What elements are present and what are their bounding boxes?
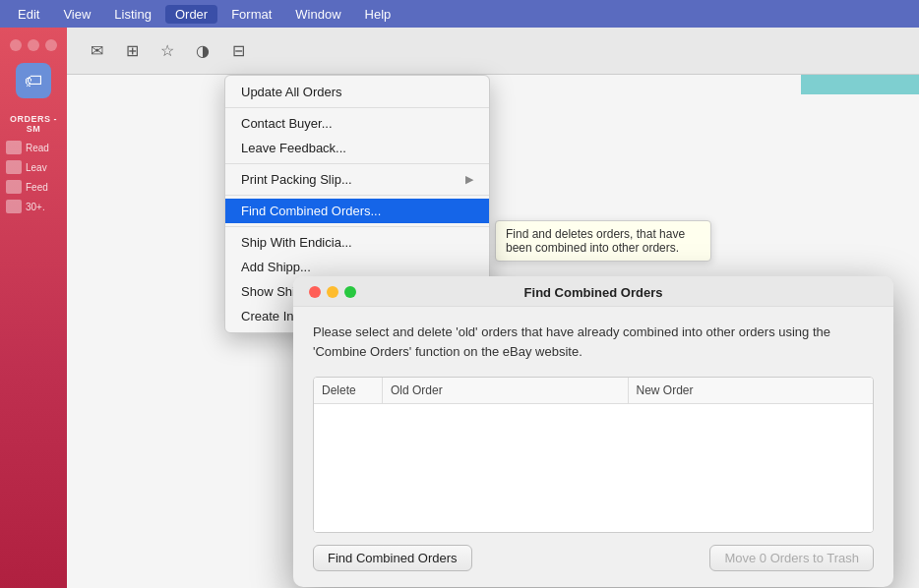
menu-find-combined-orders[interactable]: Find Combined Orders...	[225, 199, 489, 223]
modal-close-button[interactable]	[309, 286, 321, 298]
row-icon-leave	[6, 160, 22, 174]
modal-minimize-button[interactable]	[327, 286, 338, 298]
menu-contact-buyer[interactable]: Contact Buyer...	[225, 111, 489, 136]
modal-footer: Find Combined Orders Move 0 Orders to Tr…	[293, 533, 893, 587]
menu-format[interactable]: Format	[221, 5, 281, 24]
dot2	[28, 39, 39, 51]
menu-print-packing-slip[interactable]: Print Packing Slip... ▶	[225, 167, 489, 192]
row-icon-read	[6, 141, 22, 154]
menu-help[interactable]: Help	[355, 5, 401, 24]
dot3	[45, 39, 57, 51]
toolbar: ✉ ⊞ ☆ ◑ ⊟	[67, 28, 919, 75]
main-content: ✉ ⊞ ☆ ◑ ⊟ Update All Orders Contact Buye…	[67, 28, 919, 588]
tooltip: Find and deletes orders, that have been …	[495, 220, 711, 262]
modal-body: Please select and delete 'old' orders th…	[293, 307, 893, 533]
menu-divider-2	[225, 163, 489, 164]
modal-titlebar: Find Combined Orders	[293, 276, 893, 307]
menu-divider-4	[225, 226, 489, 227]
toolbar-list-icon[interactable]: ⊞	[118, 37, 146, 65]
sidebar-label-leave: Leav	[26, 162, 47, 173]
toolbar-envelope-icon[interactable]: ✉	[83, 37, 110, 65]
modal-table-header: Delete Old Order New Order	[314, 378, 873, 404]
sidebar-item-leave[interactable]: Leav	[0, 157, 67, 177]
sidebar: 🏷 ORDERS - SM Read Leav Feed 30+.	[0, 28, 67, 588]
menu-update-all-orders[interactable]: Update All Orders	[225, 80, 489, 104]
sidebar-item-30[interactable]: 30+.	[0, 197, 67, 216]
row-icon-feed	[6, 180, 22, 194]
sidebar-item-read[interactable]: Read	[0, 138, 67, 157]
find-combined-orders-modal: Find Combined Orders Please select and d…	[293, 276, 893, 587]
tooltip-text: Find and deletes orders, that have been …	[506, 227, 685, 255]
teal-strip	[801, 75, 919, 94]
sidebar-section-label: ORDERS - SM	[0, 114, 67, 134]
menu-ship-endicia[interactable]: Ship With Endicia...	[225, 230, 489, 255]
toolbar-toggle-icon[interactable]: ◑	[189, 37, 216, 65]
sidebar-label-feed: Feed	[26, 182, 48, 193]
move-orders-to-trash-button[interactable]: Move 0 Orders to Trash	[709, 545, 874, 571]
menu-view[interactable]: View	[53, 5, 100, 24]
sidebar-label-read: Read	[26, 143, 49, 153]
sidebar-item-feed[interactable]: Feed	[0, 177, 67, 197]
print-packing-label: Print Packing Slip...	[241, 172, 352, 187]
sidebar-dots	[10, 39, 57, 51]
menu-window[interactable]: Window	[285, 5, 350, 24]
menu-divider-1	[225, 107, 489, 108]
modal-zoom-button[interactable]	[344, 286, 356, 298]
toolbar-grid-icon[interactable]: ⊟	[224, 37, 252, 65]
modal-description: Please select and delete 'old' orders th…	[313, 323, 874, 361]
menu-listing[interactable]: Listing	[104, 5, 161, 24]
modal-title: Find Combined Orders	[524, 285, 663, 300]
dot1	[10, 39, 22, 51]
content-area: Update All Orders Contact Buyer... Leave…	[67, 75, 919, 588]
sidebar-tag-icon: 🏷	[16, 63, 51, 98]
sidebar-label-30: 30+.	[26, 202, 45, 212]
menu-leave-feedback[interactable]: Leave Feedback...	[225, 136, 489, 160]
col-old-order-header: Old Order	[383, 378, 629, 403]
modal-table-body	[314, 404, 873, 532]
toolbar-star-icon[interactable]: ☆	[153, 37, 181, 65]
app-window: 🏷 ORDERS - SM Read Leav Feed 30+. ✉ ⊞ ☆ …	[0, 28, 919, 588]
col-delete-header: Delete	[314, 378, 383, 403]
menu-order[interactable]: Order	[165, 5, 217, 24]
menu-divider-3	[225, 195, 489, 196]
modal-table: Delete Old Order New Order	[313, 377, 874, 533]
row-icon-30	[6, 200, 22, 213]
col-new-order-header: New Order	[629, 378, 874, 403]
menu-edit[interactable]: Edit	[8, 5, 49, 24]
print-packing-arrow: ▶	[465, 173, 473, 186]
menubar: Edit View Listing Order Format Window He…	[0, 0, 919, 28]
find-combined-orders-button[interactable]: Find Combined Orders	[313, 545, 472, 571]
